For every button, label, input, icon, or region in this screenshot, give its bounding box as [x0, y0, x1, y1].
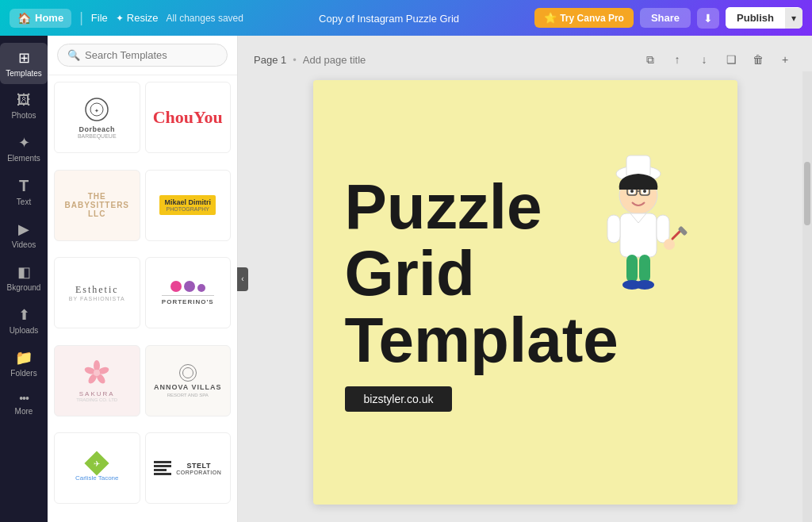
sidebar-item-uploads[interactable]: ⬆ Uploads: [0, 300, 48, 341]
porterinos-content: PORTERINO'S: [159, 278, 217, 309]
publish-dropdown-button[interactable]: ▾: [785, 8, 802, 29]
download-button[interactable]: ⬇: [697, 8, 719, 29]
template-card-dorbeach[interactable]: ✦ Dorbeach BARBEQUEUE: [54, 82, 140, 153]
arrow-up-icon: ↑: [675, 53, 680, 66]
canvas-puzzle-title: Puzzle Grid Template: [345, 174, 619, 374]
search-input[interactable]: [85, 49, 217, 61]
svg-point-28: [635, 280, 654, 290]
home-icon: 🏠: [17, 12, 31, 25]
carlisle-content: ✈ Carlisle Tacone: [72, 451, 122, 485]
template-word: Template: [345, 305, 619, 375]
stelt-text: STELT CORPORATION: [176, 462, 221, 475]
scrollbar-track[interactable]: [802, 71, 812, 522]
svg-rect-26: [639, 255, 650, 282]
canva-pro-label: Try Canva Pro: [560, 13, 624, 24]
svg-rect-25: [626, 255, 638, 282]
add-page-button[interactable]: +: [774, 48, 796, 71]
sidebar-item-background[interactable]: ◧ Bkground: [0, 257, 48, 298]
trash-icon: 🗑: [753, 53, 764, 66]
sidebar-item-text[interactable]: T Text: [0, 171, 48, 213]
template-grid: ✦ Dorbeach BARBEQUEUE ChouYou THE BABYSI…: [48, 75, 237, 522]
templates-icon: ⊞: [18, 49, 30, 67]
annova-content: ANNOVA VILLAS RESORT AND SPA: [151, 361, 225, 401]
sidebar-item-folders[interactable]: 📁 Folders: [0, 343, 48, 384]
duplicate-icon: ❑: [726, 53, 737, 66]
annova-label: ANNOVA VILLAS: [154, 383, 222, 391]
document-title: Copy of Instagram Puzzle Grid: [319, 13, 459, 25]
svg-point-3: [94, 360, 100, 371]
resize-button[interactable]: ✦ Resize: [116, 12, 159, 24]
resize-icon: ✦: [116, 13, 124, 24]
esthetic-sub: BY FASHIONISTA: [69, 296, 125, 301]
sidebar-item-elements[interactable]: ✦ Elements: [0, 128, 48, 169]
carlisle-logo: ✈: [88, 455, 105, 472]
star-icon: ⭐: [544, 12, 557, 24]
template-card-chouyou[interactable]: ChouYou: [145, 82, 232, 153]
text-label: Text: [17, 198, 31, 206]
background-icon: ◧: [17, 263, 31, 281]
sakura-label: SAKURA: [76, 390, 117, 397]
template-card-stelt[interactable]: STELT CORPORATION: [145, 432, 232, 504]
template-card-carlisle[interactable]: ✈ Carlisle Tacone: [54, 432, 140, 504]
annova-sub: RESORT AND SPA: [167, 393, 209, 397]
nav-separator: |: [79, 10, 83, 26]
panel-collapse-handle[interactable]: ‹: [237, 267, 248, 291]
move-up-button[interactable]: ↑: [666, 48, 688, 71]
templates-panel: 🔍 ✦ Dorbeach BARBEQUEUE: [48, 36, 238, 522]
carlisle-diamond: ✈: [85, 451, 109, 476]
mikael-content: Mikael Dimitri PHOTOGRAPHY: [156, 192, 219, 218]
babysitters-label: THE BABYSITTERS LLC: [58, 192, 136, 218]
templates-label: Templates: [6, 69, 42, 78]
search-area: 🔍: [48, 36, 237, 75]
copy-page-button[interactable]: ⧉: [639, 48, 661, 71]
dorbeach-label: Dorbeach: [78, 125, 117, 133]
publish-button-group: Publish ▾: [726, 7, 802, 29]
page-label: Page 1: [254, 54, 286, 66]
page-title-input[interactable]: [303, 54, 436, 66]
home-button[interactable]: 🏠 Home: [10, 9, 71, 28]
duplicate-button[interactable]: ❑: [720, 48, 742, 71]
delete-page-button[interactable]: 🗑: [747, 48, 769, 71]
svg-point-13: [630, 190, 634, 193]
dorbeach-logo-icon: ✦: [84, 97, 109, 122]
uploads-label: Uploads: [10, 326, 39, 335]
template-card-annova[interactable]: ANNOVA VILLAS RESORT AND SPA: [145, 345, 232, 416]
file-button[interactable]: File: [91, 12, 108, 24]
text-icon: T: [19, 177, 29, 195]
sakura-flower-icon: [83, 359, 111, 387]
copy-icon: ⧉: [646, 53, 654, 67]
chef-illustration: [587, 144, 690, 302]
grid-word: Grid: [345, 238, 475, 309]
sidebar-item-videos[interactable]: ▶ Videos: [0, 214, 48, 255]
share-button[interactable]: Share: [640, 8, 691, 28]
template-card-mikael[interactable]: Mikael Dimitri PHOTOGRAPHY: [145, 170, 232, 241]
search-icon: 🔍: [67, 49, 80, 61]
chevron-left-icon: ‹: [241, 274, 243, 283]
sidebar-item-photos[interactable]: 🖼 Photos: [0, 86, 48, 126]
mikael-sub: PHOTOGRAPHY: [164, 206, 211, 212]
move-down-button[interactable]: ↓: [693, 48, 715, 71]
folders-label: Folders: [10, 369, 36, 378]
template-card-sakura[interactable]: SAKURA TRADING CO. LTD: [54, 345, 140, 416]
folders-icon: 📁: [15, 349, 33, 367]
canvas-area: Page 1 • ⧉ ↑ ↓ ❑ 🗑 +: [238, 36, 812, 522]
annova-circle: [179, 364, 197, 382]
more-label: More: [15, 407, 33, 416]
dorbeach-content: ✦ Dorbeach BARBEQUEUE: [78, 97, 117, 139]
sidebar-item-templates[interactable]: ⊞ Templates: [0, 43, 48, 84]
background-label: Bkground: [7, 283, 41, 292]
annova-logo: ANNOVA VILLAS RESORT AND SPA: [154, 364, 222, 397]
try-canva-pro-button[interactable]: ⭐ Try Canva Pro: [534, 8, 634, 28]
template-card-porterinos[interactable]: PORTERINO'S: [145, 257, 232, 328]
template-card-babysitters[interactable]: THE BABYSITTERS LLC: [54, 170, 140, 241]
porterinos-dots: [162, 281, 214, 292]
save-status: All changes saved: [167, 13, 243, 24]
more-icon: •••: [19, 392, 29, 405]
canvas-frame[interactable]: Puzzle Grid Template bizstyler.co.uk: [313, 80, 737, 505]
sidebar-item-more[interactable]: ••• More: [0, 386, 48, 422]
page-label-separator: •: [293, 54, 297, 66]
svg-rect-21: [607, 215, 620, 243]
template-card-esthetic[interactable]: Esthetic BY FASHIONISTA: [54, 257, 140, 328]
publish-main-button[interactable]: Publish: [726, 7, 785, 29]
uploads-icon: ⬆: [18, 306, 30, 324]
